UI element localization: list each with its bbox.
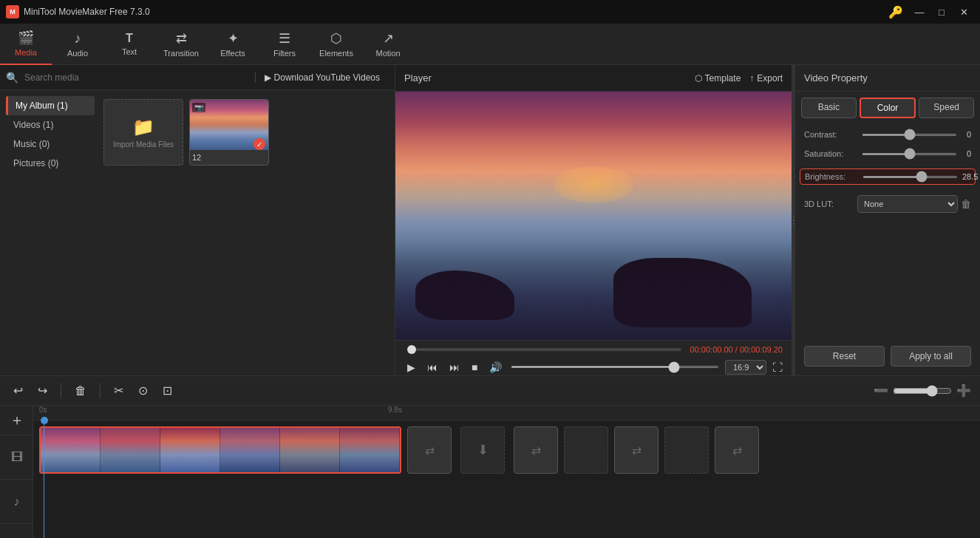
- ratio-select[interactable]: 16:9 4:3 1:1 9:16: [725, 360, 766, 375]
- media-label: Media: [15, 48, 37, 57]
- player-actions: ⬡ Template ↑ Export: [695, 73, 783, 84]
- saturation-label: Saturation:: [804, 149, 857, 158]
- lut-delete-button[interactable]: 🗑: [961, 198, 971, 210]
- timeline-cursor-line: [44, 420, 44, 538]
- import-icon: 📁: [132, 117, 154, 137]
- transition-slot-4[interactable]: ⇄: [715, 426, 759, 474]
- main-content: 🔍 ▶ Download YouTube Videos My Album (1)…: [0, 65, 980, 375]
- tab-basic[interactable]: Basic: [801, 98, 857, 118]
- motion-icon: ↗: [383, 30, 394, 47]
- toolbar-transition[interactable]: ⇄ Transition: [155, 24, 207, 65]
- effects-label: Effects: [220, 49, 245, 58]
- audio-icon: ♪: [75, 31, 81, 47]
- clip-frame-2: [101, 428, 160, 472]
- toolbar-separator-2: [100, 384, 101, 398]
- clip-frame-4: [220, 428, 280, 472]
- bottom-area: ↩ ↪ 🗑 ✂ ⊙ ⊡ ➖ ➕ ＋ 🎞 ♪ 0s 9.8s: [0, 375, 980, 538]
- play-button[interactable]: ▶: [404, 360, 418, 375]
- key-icon[interactable]: 🔑: [888, 5, 903, 19]
- transition-slot-2[interactable]: ⇄: [514, 426, 558, 474]
- lut-label: 3D LUT:: [804, 200, 857, 208]
- contrast-label: Contrast:: [804, 130, 857, 139]
- timeline-area: ＋ 🎞 ♪ 0s 9.8s: [0, 406, 980, 538]
- minimize-button[interactable]: —: [909, 3, 930, 21]
- playhead-bar[interactable]: [407, 348, 681, 351]
- download-youtube-label: Download YouTube Videos: [274, 72, 380, 83]
- prev-frame-button[interactable]: ⏮: [424, 360, 440, 375]
- contrast-slider[interactable]: [862, 134, 957, 136]
- video-thumbnail[interactable]: 📷 12 ✓: [189, 99, 269, 166]
- toolbar-filters[interactable]: ☰ Filters: [259, 24, 310, 65]
- zoom-in-button[interactable]: ➕: [956, 384, 971, 398]
- split-button[interactable]: ✂: [109, 381, 128, 401]
- text-icon: T: [126, 32, 133, 45]
- transition-slot-3[interactable]: ⇄: [614, 426, 659, 474]
- next-frame-button[interactable]: ⏭: [446, 360, 463, 375]
- media-grid: 📁 Import Media Files 📷 12 ✓: [101, 96, 272, 173]
- time-current: 00:00:00.00: [690, 345, 733, 354]
- time-label-start: 0s: [39, 406, 47, 414]
- close-button[interactable]: ✕: [953, 3, 974, 21]
- crop-button[interactable]: ⊡: [158, 381, 177, 401]
- apply-all-button[interactable]: Apply to all: [891, 346, 971, 367]
- time-display: 00:00:00.00 / 00:00:09.20: [690, 345, 783, 354]
- reset-button[interactable]: Reset: [804, 346, 885, 367]
- template-icon: ⬡: [695, 73, 702, 84]
- toolbar-elements[interactable]: ⬡ Elements: [310, 24, 362, 65]
- toolbar-effects[interactable]: ✦ Effects: [207, 24, 259, 65]
- fullscreen-button[interactable]: ⛶: [772, 361, 783, 373]
- property-title: Video Property: [795, 65, 980, 92]
- video-track: ⇄ ⬇ ⇄ ⇄: [33, 420, 980, 480]
- video-preview: [395, 92, 792, 340]
- toolbar-text[interactable]: T Text: [103, 24, 155, 65]
- sidebar-item-videos[interactable]: Videos (1): [6, 115, 95, 134]
- empty-slot-2[interactable]: [664, 426, 709, 474]
- player-title: Player: [404, 72, 432, 84]
- transition-label: Transition: [163, 49, 199, 58]
- lut-select[interactable]: None: [857, 195, 958, 213]
- sidebar-item-music[interactable]: Music (0): [6, 134, 95, 154]
- filters-label: Filters: [273, 49, 296, 58]
- zoom-out-button[interactable]: ➖: [874, 384, 888, 398]
- empty-slot-1[interactable]: [564, 426, 608, 474]
- time-labels: 0s 9.8s: [33, 406, 980, 420]
- time-total: 00:00:09.20: [740, 345, 783, 354]
- brightness-value: 28.5: [962, 172, 978, 181]
- tab-speed[interactable]: Speed: [919, 98, 974, 118]
- clip-frame-1: [41, 428, 101, 472]
- add-track-button[interactable]: ＋: [0, 406, 33, 435]
- volume-button[interactable]: 🔊: [486, 360, 505, 375]
- export-button[interactable]: ↑ Export: [749, 73, 783, 84]
- brightness-slider[interactable]: [862, 176, 958, 178]
- timeline-tracks[interactable]: 0s 9.8s: [33, 406, 980, 538]
- redo-button[interactable]: ↪: [33, 381, 52, 401]
- sidebar-item-myalbum[interactable]: My Album (1): [6, 96, 95, 115]
- delete-button[interactable]: 🗑: [70, 381, 91, 401]
- toolbar-media[interactable]: 🎬 Media: [0, 24, 52, 65]
- media-icon: 🎬: [18, 30, 34, 46]
- zoom-slider[interactable]: [893, 385, 952, 397]
- audio-label: Audio: [67, 49, 88, 58]
- volume-slider[interactable]: [511, 366, 719, 368]
- template-button[interactable]: ⬡ Template: [695, 73, 741, 84]
- drop-slot-1[interactable]: ⬇: [460, 426, 505, 474]
- transition-icon-4: ⇄: [732, 443, 742, 457]
- sidebar-nav: My Album (1) Videos (1) Music (0) Pictur…: [6, 96, 95, 173]
- import-media-button[interactable]: 📁 Import Media Files: [103, 99, 183, 166]
- record-button[interactable]: ⊙: [134, 381, 152, 401]
- property-content: Contrast: 0 Saturation: 0 Brightness: 28…: [795, 124, 980, 346]
- sidebar-item-pictures[interactable]: Pictures (0): [6, 154, 95, 173]
- transition-slot-1[interactable]: ⇄: [407, 426, 452, 474]
- video-clip[interactable]: [39, 426, 401, 474]
- maximize-button[interactable]: □: [931, 3, 952, 21]
- search-input[interactable]: [24, 72, 249, 83]
- stop-button[interactable]: ■: [469, 360, 480, 375]
- saturation-slider[interactable]: [862, 153, 957, 155]
- toolbar-audio[interactable]: ♪ Audio: [52, 24, 103, 65]
- undo-button[interactable]: ↩: [9, 381, 27, 401]
- toolbar-motion[interactable]: ↗ Motion: [362, 24, 414, 65]
- download-youtube-button[interactable]: ▶ Download YouTube Videos: [255, 72, 389, 83]
- tab-color[interactable]: Color: [860, 98, 916, 118]
- clip-frame-5: [280, 428, 340, 472]
- effects-icon: ✦: [228, 30, 239, 47]
